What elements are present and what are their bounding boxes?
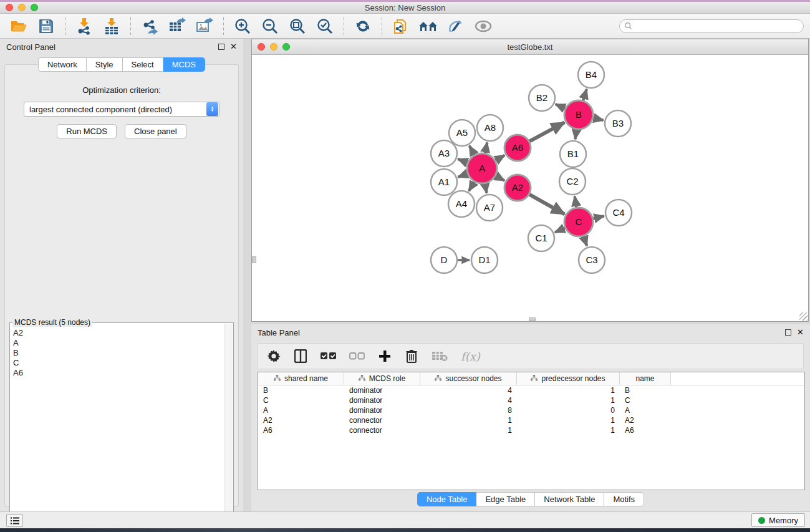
graph-node-B[interactable]: B (564, 100, 593, 129)
float-table-panel-icon[interactable] (785, 329, 791, 336)
zoom-selected-icon[interactable] (315, 17, 335, 36)
mcds-result-item[interactable]: B (13, 348, 224, 358)
mcds-list-scrollbar[interactable] (224, 324, 233, 531)
zoom-in-icon[interactable] (233, 17, 253, 36)
graph-node-A7[interactable]: A7 (476, 195, 503, 221)
gear-icon[interactable] (267, 348, 281, 364)
tab-edge-table[interactable]: Edge Table (476, 492, 535, 506)
column-header-shared-name[interactable]: shared name (258, 372, 344, 385)
close-table-panel-icon[interactable]: ✕ (797, 329, 804, 336)
resize-grip-icon[interactable] (799, 312, 808, 321)
column-header-successor-nodes[interactable]: successor nodes (420, 372, 517, 385)
graph-node-A4[interactable]: A4 (448, 191, 475, 217)
graph-node-B4[interactable]: B4 (578, 62, 604, 88)
first-neighbors-icon[interactable] (418, 17, 438, 36)
memory-button[interactable]: Memory (751, 513, 805, 527)
tab-mcds[interactable]: MCDS (163, 57, 205, 72)
table-tabs: Node TableEdge TableNetwork TableMotifs (251, 492, 810, 506)
deselect-all-icon[interactable] (349, 348, 365, 364)
tab-motifs[interactable]: Motifs (604, 492, 644, 506)
function-builder-icon[interactable]: f(x) (461, 348, 480, 364)
table-row[interactable]: Adominator80A (258, 405, 804, 415)
mcds-result-item[interactable]: A6 (13, 368, 224, 378)
tab-node-table[interactable]: Node Table (417, 492, 477, 506)
network-graph[interactable]: B4B2BB3A5A8A6A3B1AA1C2A2A4A7C4CC1C3DD1 (252, 55, 808, 321)
graph-node-A6[interactable]: A6 (504, 135, 531, 161)
control-panel-tabs: NetworkStyleSelectMCDS (0, 57, 243, 72)
column-label: predecessor nodes (541, 374, 605, 383)
graph-node-A5[interactable]: A5 (449, 120, 475, 146)
tab-style[interactable]: Style (87, 57, 123, 72)
import-table-icon[interactable] (102, 17, 122, 36)
graph-node-A3[interactable]: A3 (431, 140, 457, 167)
table-row[interactable]: Bdominator41B (258, 385, 804, 395)
tab-select[interactable]: Select (123, 57, 163, 72)
mcds-result-item[interactable]: A2 (13, 328, 224, 338)
save-session-icon[interactable] (36, 17, 56, 36)
graph-node-B1[interactable]: B1 (560, 141, 586, 167)
graph-node-D[interactable]: D (431, 247, 457, 273)
graph-node-D1[interactable]: D1 (471, 247, 498, 273)
delete-table-icon[interactable] (432, 348, 448, 364)
edge-A2-C[interactable] (528, 193, 565, 214)
zoom-out-icon[interactable] (260, 17, 280, 36)
graph-node-C3[interactable]: C3 (579, 247, 605, 273)
svg-text:A7: A7 (484, 202, 495, 213)
refresh-icon[interactable] (353, 17, 373, 36)
column-header-predecessor-nodes[interactable]: predecessor nodes (517, 372, 620, 385)
close-panel-icon[interactable]: ✕ (230, 44, 237, 50)
toolbar-group (65, 17, 130, 36)
table-cell: connector (344, 416, 420, 425)
add-icon[interactable] (378, 348, 392, 364)
bottom-panel-handle[interactable] (529, 317, 536, 321)
svg-text:A1: A1 (438, 177, 450, 187)
graph-node-A8[interactable]: A8 (477, 115, 503, 141)
delete-icon[interactable] (405, 348, 418, 364)
left-panel-handle[interactable] (252, 256, 256, 263)
open-session-icon[interactable] (9, 17, 29, 36)
table-cell: 8 (420, 406, 517, 415)
graph-node-A[interactable]: A (467, 153, 497, 183)
run-mcds-button[interactable]: Run MCDS (57, 124, 117, 138)
mcds-result-item[interactable]: C (13, 358, 224, 368)
close-panel-button[interactable]: Close panel (125, 124, 186, 138)
export-table-icon[interactable] (167, 17, 187, 36)
mcds-result-list[interactable]: A2ABCA6 (11, 327, 224, 531)
graph-node-C1[interactable]: C1 (528, 225, 554, 251)
graph-node-B2[interactable]: B2 (529, 85, 555, 111)
node-table[interactable]: shared nameMCDS rolesuccessor nodesprede… (258, 372, 805, 490)
zoom-fit-icon[interactable] (287, 17, 307, 36)
search-input[interactable] (632, 22, 803, 31)
column-header-MCDS-role[interactable]: MCDS role (344, 372, 420, 385)
float-panel-icon[interactable] (218, 44, 224, 50)
table-row[interactable]: A6connector11A6 (258, 425, 804, 435)
column-header-name[interactable]: name (620, 372, 671, 385)
network-canvas[interactable]: B4B2BB3A5A8A6A3B1AA1C2A2A4A7C4CC1C3DD1 (252, 55, 808, 321)
select-all-icon[interactable] (321, 348, 336, 364)
tab-network-table[interactable]: Network Table (535, 492, 604, 506)
table-row[interactable]: Cdominator41C (258, 395, 804, 405)
graph-node-C4[interactable]: C4 (605, 200, 632, 226)
mcds-result-item[interactable]: A (13, 338, 224, 348)
table-cell: C (620, 396, 671, 405)
graph-node-C2[interactable]: C2 (559, 168, 586, 195)
network-from-selection-icon[interactable] (391, 17, 411, 36)
export-network-icon[interactable] (140, 17, 160, 36)
edge-A6-B[interactable] (528, 122, 564, 142)
criterion-dropdown[interactable]: largest connected component (directed) ▲… (24, 102, 219, 117)
import-network-icon[interactable] (74, 17, 94, 36)
show-all-icon[interactable] (473, 17, 493, 36)
export-image-icon[interactable] (195, 17, 215, 36)
graph-node-B3[interactable]: B3 (605, 110, 631, 137)
network-window-titlebar[interactable]: testGlobe.txt (252, 39, 808, 55)
svg-text:A5: A5 (456, 127, 468, 138)
graph-node-A2[interactable]: A2 (504, 175, 531, 201)
graph-node-C[interactable]: C (564, 208, 593, 236)
graph-node-A1[interactable]: A1 (431, 169, 457, 195)
task-history-button[interactable] (6, 514, 23, 527)
table-row[interactable]: A2connector11A2 (258, 415, 804, 425)
search-box[interactable] (619, 19, 804, 33)
hide-selected-icon[interactable] (446, 17, 466, 36)
columns-icon[interactable] (294, 348, 307, 364)
tab-network[interactable]: Network (38, 57, 87, 72)
